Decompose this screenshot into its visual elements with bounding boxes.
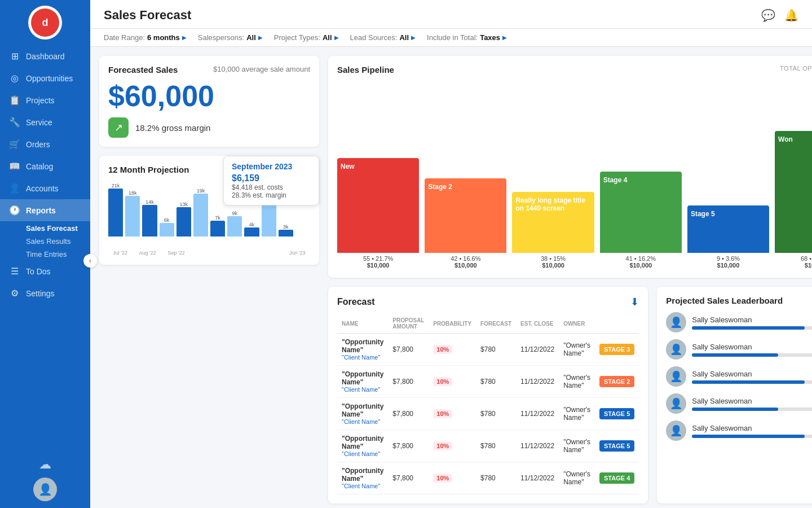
bar-0 [108,189,123,237]
pipeline-bar-group-3: Stage 441 • 16.2%$10,000 [600,105,682,269]
pipeline-bar-info-0: 55 • 21.7%$10,000 [363,255,393,269]
leader-bar-fill-4 [692,435,805,438]
filter-salespersons[interactable]: Salespersons: All ▶ [198,33,263,42]
filter-include-total-arrow: ▶ [502,34,507,41]
filter-bar: Date Range: 6 months ▶ Salespersons: All… [90,29,812,47]
leader-bar-fill-2 [692,380,805,384]
chart-label-aug: Aug '22 [139,250,156,256]
notification-icon[interactable]: 🔔 [784,8,798,22]
leader-bar-bg-2 [692,380,812,384]
sidebar-item-projects[interactable]: 📋 Projects [0,89,90,111]
chart-label-jun: Jun '23 [289,250,306,256]
tooltip-costs: $4,418 est. costs [232,183,311,191]
logo-inner: d [31,8,59,37]
sidebar-sub-time-entries[interactable]: Time Entries [0,247,90,260]
leader-avatar-4: 👤 [666,421,686,441]
page-header: Sales Forecast 💬 🔔 [90,0,812,29]
sidebar-label-catalog: Catalog [26,162,53,171]
content-area: Forecasted Sales $10,000 average sale am… [90,47,812,508]
pipeline-bar-info-4: 9 • 3.6%$10,000 [717,255,740,269]
download-icon[interactable]: ⬇ [630,296,639,308]
bottom-row: Forecast ⬇ NAME PROPOSAL AMOUNT PROBABIL… [328,287,812,503]
filter-include-total[interactable]: Include in Total: Taxes ▶ [427,33,507,42]
leaderboard-list: 👤 Sally Saleswoman $46,500 👤 Sally Sales… [666,312,812,441]
forecast-table-card: Forecast ⬇ NAME PROPOSAL AMOUNT PROBABIL… [328,287,648,503]
prob-badge-3: 10% [433,441,452,450]
bar-2 [142,205,157,237]
bar-value-6: 7k [215,215,220,221]
pipeline-bar-4: Stage 5 [687,205,769,253]
user-avatar[interactable]: 👤 [33,478,57,501]
sidebar-item-orders[interactable]: 🛒 Orders [0,133,90,155]
cell-name-1: "Opportunity Name" "Client Name" [337,366,388,398]
sidebar-item-service[interactable]: 🔧 Service [0,111,90,133]
filter-salespersons-value: All [246,33,256,42]
sidebar-label-opportunities: Opportunities [26,74,73,83]
sidebar-bottom: ☁ 👤 [33,457,57,508]
pipeline-bar-label-4: Stage 5 [691,210,715,218]
prob-badge-2: 10% [433,409,452,418]
leader-item-2: 👤 Sally Saleswoman $46,500 [666,366,812,387]
filter-date-range-value: 6 months [147,33,180,42]
table-row: "Opportunity Name" "Client Name" $7,800 … [337,462,639,494]
stage-badge-1: STAGE 2 [599,376,634,387]
sidebar-label-orders: Orders [26,140,50,149]
chat-icon[interactable]: 💬 [761,8,775,22]
filter-date-range[interactable]: Date Range: 6 months ▶ [104,33,187,42]
bar-value-2: 14k [145,199,154,205]
pipeline-bar-2: Really long stage title on 1440 screen [512,192,594,253]
filter-project-types[interactable]: Project Types: All ▶ [274,33,339,42]
chart-labels: Jul '22 Aug '22 Sep '22 Jun '23 [108,250,310,256]
pipeline-title: Sales Pipeline [337,65,394,75]
cell-close-1: 11/12/2022 [516,366,559,398]
bar-group-3: 6k [160,180,174,237]
logo[interactable]: d [28,6,62,40]
filter-lead-sources[interactable]: Lead Sources: All ▶ [350,33,416,42]
dashboard-icon: ⊞ [9,51,20,62]
forecast-table: NAME PROPOSAL AMOUNT PROBABILITY FORECAS… [337,314,639,494]
tooltip-amount: $6,159 [232,173,311,183]
col-stage [595,314,639,334]
sidebar-item-catalog[interactable]: 📖 Catalog [0,155,90,177]
leader-bar-bg-4 [692,435,812,438]
sidebar-label-todos: To Dos [26,267,51,276]
pipeline-bar-3: Stage 4 [600,172,682,253]
bar-3 [160,223,174,237]
chart-label-jul: Jul '22 [113,250,127,256]
leader-item-3: 👤 Sally Saleswoman $35,000 [666,393,812,414]
table-header-row: NAME PROPOSAL AMOUNT PROBABILITY FORECAS… [337,314,639,334]
sidebar-sub-sales-results[interactable]: Sales Results [0,234,90,247]
cell-forecast-0: $780 [476,334,516,366]
sidebar-item-opportunities[interactable]: ◎ Opportunities [0,67,90,89]
opp-name-2: "Opportunity Name" [342,402,383,418]
sidebar-item-accounts[interactable]: 👤 Accounts [0,177,90,199]
stage-badge-2: STAGE 5 [599,408,634,419]
sidebar-item-todos[interactable]: ☰ To Dos [0,260,90,282]
bar-value-1: 18k [129,190,137,196]
bar-value-5: 19k [197,188,205,194]
sidebar-sub-sales-forecast[interactable]: Sales Forecast [0,221,90,234]
leader-info-3: Sally Saleswoman [692,397,812,411]
table-row: "Opportunity Name" "Client Name" $7,800 … [337,334,639,366]
cell-close-0: 11/12/2022 [516,334,559,366]
cell-forecast-1: $780 [476,366,516,398]
bar-value-8: 4k [249,222,255,227]
cell-stage-1: STAGE 2 [595,366,639,398]
sidebar-item-settings[interactable]: ⚙ Settings [0,282,90,304]
pipeline-bar-group-4: Stage 59 • 3.6%$10,000 [687,105,769,269]
table-row: "Opportunity Name" "Client Name" $7,800 … [337,366,639,398]
cell-owner-1: "Owner's Name" [559,366,595,398]
filter-lead-sources-arrow: ▶ [411,34,416,41]
leader-name-3: Sally Saleswoman [692,397,812,405]
sidebar-item-dashboard[interactable]: ⊞ Dashboard [0,45,90,67]
bar-1 [125,196,140,237]
leader-item-0: 👤 Sally Saleswoman $46,500 [666,312,812,332]
sidebar-label-settings: Settings [26,289,55,298]
left-column: Forecasted Sales $10,000 average sale am… [99,56,319,499]
forecasted-header: Forecasted Sales $10,000 average sale am… [108,65,310,75]
prob-badge-4: 10% [433,474,452,483]
header-icons: 💬 🔔 [761,8,798,22]
sidebar-collapse-button[interactable]: ‹ [83,254,97,268]
sidebar-item-reports[interactable]: 🕐 Reports [0,199,90,221]
cell-stage-3: STAGE 5 [595,430,639,462]
